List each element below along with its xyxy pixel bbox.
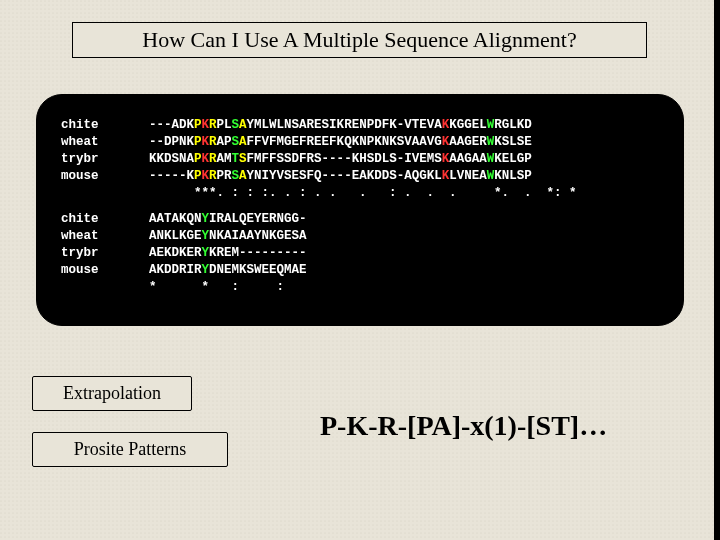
sequence-text: -----KPKRPRSAYNIYVSESFQ----EAKDDS-AQGKLK… <box>149 168 532 185</box>
consensus-row: ***. : : :. . : . . . : . . . *. . *: * <box>61 185 659 202</box>
sequence-label: chite <box>61 211 149 228</box>
sequence-label: trybr <box>61 151 149 168</box>
prosite-text: Prosite Patterns <box>74 439 187 459</box>
sequence-label: mouse <box>61 168 149 185</box>
extrapolation-label: Extrapolation <box>32 376 192 411</box>
sequence-label: wheat <box>61 228 149 245</box>
sequence-text: KKDSNAPKRAMTSFMFFSSDFRS----KHSDLS-IVEMSK… <box>149 151 532 168</box>
sequence-text: --DPNKPKRAPSAFFVFMGEFREEFKQKNPKNKSVAAVGK… <box>149 134 532 151</box>
sequence-text: AEKDKERYKREM--------- <box>149 245 307 262</box>
slide-title: How Can I Use A Multiple Sequence Alignm… <box>72 22 647 58</box>
sequence-text: ANKLKGEYNKAIAAYNKGESA <box>149 228 307 245</box>
alignment-row: wheatANKLKGEYNKAIAAYNKGESA <box>61 228 659 245</box>
alignment-panel: chite---ADKPKRPLSAYMLWLNSARESIKRENPDFK-V… <box>36 94 684 326</box>
consensus-row: * * : : <box>61 279 659 296</box>
sequence-label: trybr <box>61 245 149 262</box>
alignment-row: trybrKKDSNAPKRAMTSFMFFSSDFRS----KHSDLS-I… <box>61 151 659 168</box>
consensus-text: * * : : <box>149 279 299 296</box>
sequence-label: mouse <box>61 262 149 279</box>
alignment-row: mouse-----KPKRPRSAYNIYVSESFQ----EAKDDS-A… <box>61 168 659 185</box>
alignment-row: chite---ADKPKRPLSAYMLWLNSARESIKRENPDFK-V… <box>61 117 659 134</box>
alignment-row: trybrAEKDKERYKREM--------- <box>61 245 659 262</box>
slide-right-edge <box>714 0 720 540</box>
consensus-text: ***. : : :. . : . . . : . . . *. . *: * <box>149 185 577 202</box>
prosite-label: Prosite Patterns <box>32 432 228 467</box>
prosite-pattern: P-K-R-[PA]-x(1)-[ST]… <box>320 410 607 442</box>
alignment-row: mouseAKDDRIRYDNEMKSWEEQMAE <box>61 262 659 279</box>
sequence-text: ---ADKPKRPLSAYMLWLNSARESIKRENPDFK-VTEVAK… <box>149 117 532 134</box>
sequence-text: AKDDRIRYDNEMKSWEEQMAE <box>149 262 307 279</box>
prosite-pattern-text: P-K-R-[PA]-x(1)-[ST]… <box>320 410 607 441</box>
extrapolation-text: Extrapolation <box>63 383 161 403</box>
sequence-text: AATAKQNYIRALQEYERNGG- <box>149 211 307 228</box>
sequence-label: wheat <box>61 134 149 151</box>
sequence-label: chite <box>61 117 149 134</box>
slide-title-text: How Can I Use A Multiple Sequence Alignm… <box>142 27 576 52</box>
alignment-row: chiteAATAKQNYIRALQEYERNGG- <box>61 211 659 228</box>
alignment-row: wheat--DPNKPKRAPSAFFVFMGEFREEFKQKNPKNKSV… <box>61 134 659 151</box>
